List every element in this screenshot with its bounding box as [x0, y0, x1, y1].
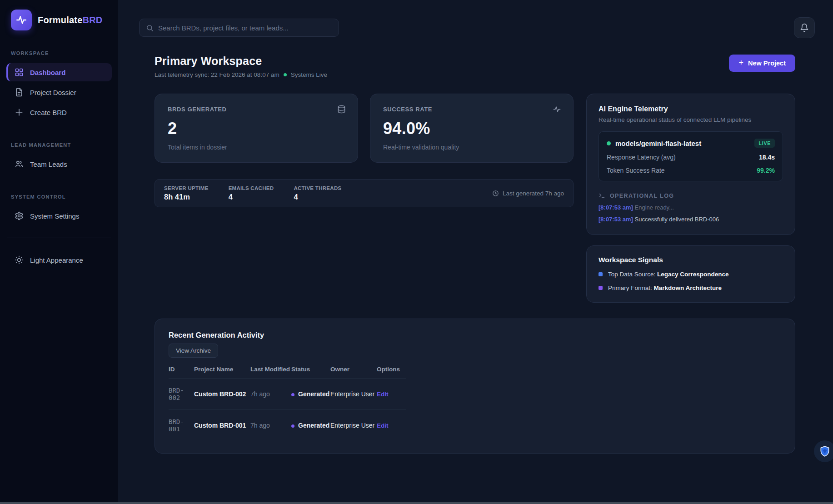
strip-value: 4 [294, 193, 341, 201]
sidebar-item-team-leads[interactable]: Team Leads [6, 155, 112, 173]
operational-log-header: OPERATIONAL LOG [599, 192, 783, 199]
sidebar-divider [7, 238, 111, 238]
table-header-row: ID Project Name Last Modified Status Own… [169, 363, 406, 379]
row-status: Generated [291, 379, 330, 410]
app-window: FormulateBRD WORKSPACE Dashboard Project… [0, 0, 833, 504]
last-generated-text: Last generated 7h ago [503, 190, 564, 197]
telemetry-title: AI Engine Telemetry [599, 105, 783, 113]
strip-stat-active-threads: ACTIVE THREADS 4 [294, 185, 341, 201]
page-subtitle: Last telemetry sync: 22 Feb 2026 at 08:0… [155, 71, 327, 78]
row-last-modified: 7h ago [250, 379, 291, 410]
strip-label: ACTIVE THREADS [294, 185, 341, 191]
new-project-button[interactable]: + New Project [729, 55, 795, 72]
telemetry-sync-text: Last telemetry sync: 22 Feb 2026 at 08:0… [155, 71, 279, 78]
sun-icon [15, 255, 24, 264]
theme-toggle-light-appearance[interactable]: Light Appearance [6, 251, 112, 269]
plus-icon: + [738, 59, 743, 67]
status-dot [291, 393, 294, 396]
sidebar-item-label: Project Dossier [30, 89, 76, 96]
column-header-status: Status [291, 363, 330, 379]
users-icon [15, 160, 24, 169]
row-owner: Enterprise User [330, 410, 377, 441]
sidebar-section-system-control: SYSTEM CONTROL [0, 194, 118, 200]
column-header-options: Options [377, 363, 406, 379]
horizontal-scrollbar[interactable] [0, 502, 833, 504]
sidebar-item-project-dossier[interactable]: Project Dossier [6, 83, 112, 101]
sidebar-item-label: Dashboard [30, 69, 65, 76]
bell-icon [800, 23, 809, 32]
systems-live-label: Systems Live [291, 71, 327, 78]
sidebar: FormulateBRD WORKSPACE Dashboard Project… [0, 0, 118, 504]
stat-card-success-rate: SUCCESS RATE 94.0% Real-time validation … [370, 94, 574, 163]
right-column: AI Engine Telemetry Real-time operationa… [586, 94, 795, 303]
strip-label: EMAILS CACHED [229, 185, 274, 191]
theme-toggle-label: Light Appearance [30, 256, 83, 264]
model-name-row: models/gemini-flash-latest [607, 140, 701, 147]
activity-table: ID Project Name Last Modified Status Own… [169, 363, 406, 441]
sidebar-item-label: Create BRD [30, 109, 67, 116]
row-last-modified: 7h ago [250, 410, 291, 441]
recent-activity-panel: Recent Generation Activity View Archive … [155, 319, 795, 454]
model-status-card: models/gemini-flash-latest LIVE Response… [599, 131, 783, 181]
sidebar-section-lead-management: LEAD MANAGEMENT [0, 142, 118, 148]
server-stat-strip: SERVER UPTIME 8h 41m EMAILS CACHED 4 ACT… [155, 179, 574, 207]
clock-icon [492, 190, 499, 197]
column-header-id: ID [169, 363, 194, 379]
document-icon [15, 88, 24, 97]
search-box[interactable] [139, 19, 339, 37]
main-content: Primary Workspace Last telemetry sync: 2… [118, 0, 833, 504]
model-name: models/gemini-flash-latest [615, 140, 701, 147]
status-dot [291, 424, 294, 428]
stat-label: BRDS GENERATED [168, 106, 345, 113]
stat-caption: Real-time validation quality [383, 144, 560, 151]
stat-cards-row: BRDS GENERATED 2 Total items in dossier … [155, 94, 574, 163]
terminal-icon [599, 192, 605, 199]
workspace-signals-panel: Workspace Signals Top Data Source: Legac… [586, 245, 795, 303]
new-project-label: New Project [748, 60, 786, 67]
notifications-button[interactable] [794, 17, 815, 38]
ai-engine-telemetry-panel: AI Engine Telemetry Real-time operationa… [586, 94, 795, 235]
edit-link[interactable]: Edit [377, 391, 389, 398]
shield-extension-badge[interactable] [814, 440, 833, 462]
plus-icon [15, 108, 24, 117]
blue-square-bullet [599, 272, 603, 276]
telemetry-subtitle: Real-time operational status of connecte… [599, 116, 783, 123]
strip-label: SERVER UPTIME [164, 185, 209, 191]
column-header-project-name: Project Name [194, 363, 250, 379]
search-icon [146, 24, 154, 32]
column-header-owner: Owner [330, 363, 377, 379]
row-owner: Enterprise User [330, 379, 377, 410]
dashboard-icon [15, 68, 24, 77]
table-row: BRD-001 Custom BRD-001 7h ago Generated … [169, 410, 406, 441]
topbar [139, 17, 815, 38]
sidebar-item-create-brd[interactable]: Create BRD [6, 103, 112, 121]
strip-value: 4 [229, 193, 274, 201]
purple-square-bullet [599, 286, 603, 290]
search-input[interactable] [158, 24, 332, 32]
signal-top-data-source: Top Data Source: Legacy Correspondence [599, 271, 783, 278]
sidebar-section-workspace: WORKSPACE [0, 50, 118, 56]
last-generated: Last generated 7h ago [492, 190, 564, 197]
live-badge: LIVE [754, 139, 775, 148]
column-header-last-modified: Last Modified [250, 363, 291, 379]
signals-title: Workspace Signals [599, 256, 783, 264]
stat-label: SUCCESS RATE [383, 106, 560, 113]
row-project-name: Custom BRD-002 [194, 379, 250, 410]
stat-caption: Total items in dossier [168, 144, 345, 151]
sidebar-item-system-settings[interactable]: System Settings [6, 207, 112, 225]
view-archive-button[interactable]: View Archive [169, 344, 218, 358]
strip-value: 8h 41m [164, 193, 209, 201]
brand-activity-icon [11, 10, 32, 30]
content-grid: BRDS GENERATED 2 Total items in dossier … [155, 94, 795, 303]
model-online-dot [607, 141, 611, 145]
sidebar-item-label: System Settings [30, 212, 79, 220]
gear-icon [15, 211, 24, 220]
row-id: BRD-001 [169, 410, 194, 441]
page-title: Primary Workspace [155, 55, 327, 68]
metric-token-success-rate: Token Success Rate 99.2% [607, 167, 775, 174]
log-entry: [8:07:53 am] Engine ready... [599, 204, 783, 211]
sidebar-item-dashboard[interactable]: Dashboard [6, 63, 112, 81]
brand-name: FormulateBRD [38, 15, 102, 25]
edit-link[interactable]: Edit [377, 422, 389, 429]
operational-log-title: OPERATIONAL LOG [610, 193, 674, 199]
